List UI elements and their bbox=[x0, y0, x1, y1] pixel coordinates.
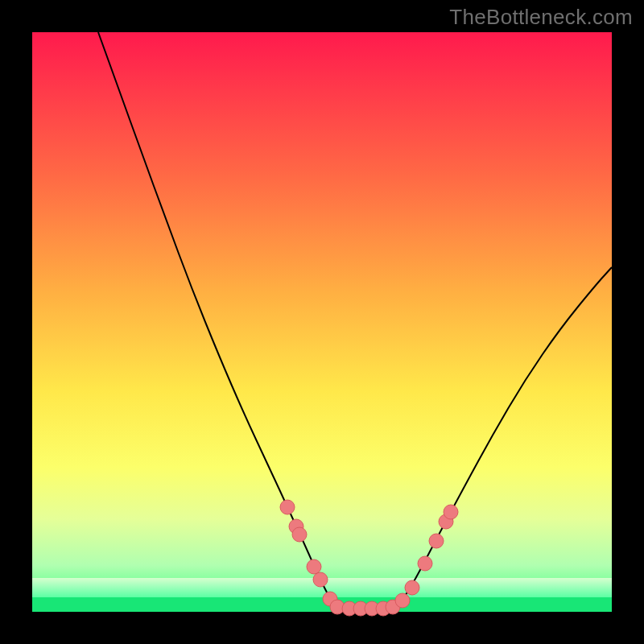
plot-area bbox=[32, 32, 612, 612]
marker-dot bbox=[418, 556, 432, 571]
marker-dot bbox=[429, 534, 444, 548]
marker-dot bbox=[313, 572, 328, 587]
chart-frame: TheBottleneck.com bbox=[0, 0, 644, 644]
marker-dot bbox=[307, 559, 321, 574]
marker-group bbox=[280, 500, 458, 616]
source-label: TheBottleneck.com bbox=[449, 5, 633, 30]
marker-dot bbox=[395, 593, 410, 608]
marker-dot bbox=[444, 505, 458, 519]
chart-svg bbox=[32, 32, 612, 612]
marker-dot bbox=[280, 500, 295, 514]
curve-left bbox=[98, 32, 343, 609]
marker-dot bbox=[405, 580, 419, 595]
marker-dot bbox=[292, 527, 307, 542]
